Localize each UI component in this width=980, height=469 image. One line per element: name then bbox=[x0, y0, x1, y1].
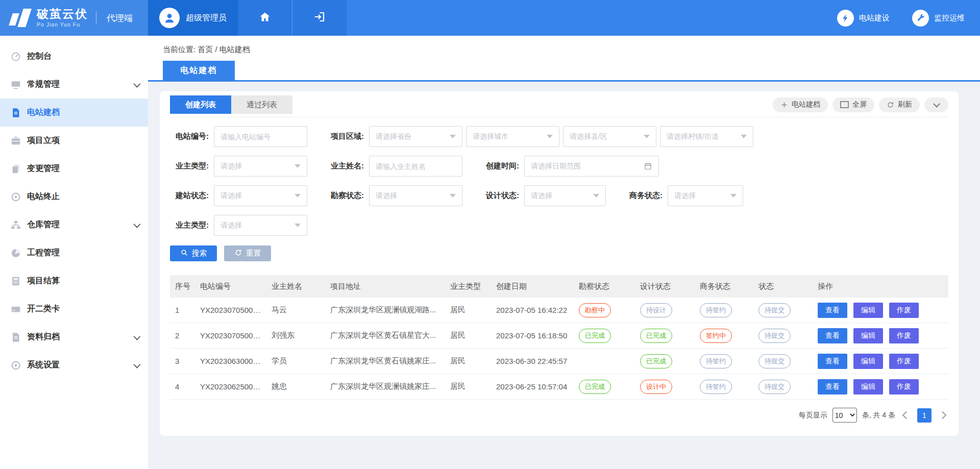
sidebar-item-label: 常规管理 bbox=[27, 79, 60, 90]
prev-page-icon[interactable] bbox=[902, 411, 911, 419]
fullscreen-button[interactable]: 全屏 bbox=[832, 97, 874, 112]
tab-create-list[interactable]: 创建列表 bbox=[170, 95, 231, 114]
sidebar-item-label: 工程管理 bbox=[27, 248, 60, 258]
search-button[interactable]: 搜索 bbox=[170, 245, 217, 261]
edit-button[interactable]: 编辑 bbox=[853, 379, 883, 394]
status-cell: 待设计 bbox=[635, 298, 695, 323]
survey-status-select-label: 勘察状态: bbox=[325, 191, 369, 201]
sidebar-item-warehouse-mgmt[interactable]: 仓库管理 bbox=[0, 211, 148, 239]
business-status-select-label: 商务状态: bbox=[624, 191, 668, 201]
nav-monitor-ops[interactable]: 监控运维 bbox=[912, 10, 965, 27]
status-cell: 待提交 bbox=[753, 323, 813, 349]
logout-button[interactable] bbox=[292, 0, 347, 36]
sidebar-item-change-mgmt[interactable]: 变更管理 bbox=[0, 155, 148, 183]
sitemap-icon bbox=[10, 219, 21, 231]
panel-head: 创建列表 通过列表 电站建档 全屏 刷新 bbox=[170, 95, 948, 117]
owner-name: 刘强东 bbox=[266, 323, 325, 349]
sidebar-item-data-archive[interactable]: 资料归档 bbox=[0, 323, 148, 351]
status-badge: 勘察中 bbox=[579, 303, 611, 317]
status-badge: 设计中 bbox=[640, 380, 672, 394]
lightning-icon bbox=[837, 10, 854, 27]
home-button[interactable] bbox=[238, 0, 292, 36]
sidebar-item-general-mgmt[interactable]: 常规管理 bbox=[0, 70, 148, 98]
county-select[interactable]: 请选择县/区 bbox=[563, 126, 656, 147]
card-icon bbox=[10, 304, 21, 315]
survey-status-select[interactable]: 请选择 bbox=[369, 185, 462, 206]
sidebar-item-project-setup[interactable]: 项目立项 bbox=[0, 127, 148, 155]
station-id: YX2023062500004 bbox=[195, 374, 266, 400]
owner-type-select[interactable]: 请选择 bbox=[214, 156, 307, 177]
status-badge: 已完成 bbox=[579, 329, 611, 343]
chevron-down-icon bbox=[933, 101, 940, 108]
view-button[interactable]: 查看 bbox=[818, 303, 847, 318]
sidebar-item-engineering[interactable]: 工程管理 bbox=[0, 239, 148, 267]
page-tab[interactable]: 电站建档 bbox=[163, 61, 235, 80]
page-number[interactable]: 1 bbox=[917, 408, 932, 423]
view-button[interactable]: 查看 bbox=[818, 328, 847, 343]
collapse-button[interactable] bbox=[924, 97, 948, 112]
station-code-input[interactable] bbox=[214, 126, 307, 147]
placeholder-text: 请选择 bbox=[220, 221, 242, 230]
sidebar-item-label: 电站终止 bbox=[27, 191, 60, 202]
dropdown-caret-icon bbox=[450, 135, 456, 138]
sidebar-item-type2-card[interactable]: 开二类卡 bbox=[0, 295, 148, 323]
status-cell: 勘察中 bbox=[574, 298, 635, 323]
status-cell: 待提交 bbox=[753, 298, 813, 323]
nav-station-build[interactable]: 电站建设 bbox=[837, 10, 890, 27]
status-cell: 待提交 bbox=[753, 374, 813, 400]
sidebar-item-label: 电站建档 bbox=[27, 107, 60, 118]
sidebar-item-system-settings[interactable]: 系统设置 bbox=[0, 351, 148, 379]
sidebar-item-settlement[interactable]: 项目结算 bbox=[0, 267, 148, 295]
view-button[interactable]: 查看 bbox=[818, 354, 847, 369]
table-row: 4YX2023062500004姚忠广东深圳龙华区观澜镇姚家庄...居民2023… bbox=[170, 374, 948, 400]
per-page-select[interactable]: 10 bbox=[832, 408, 857, 423]
project-address: 广东深圳龙华区观澜镇观湖路... bbox=[325, 298, 445, 323]
business-status-select[interactable]: 请选择 bbox=[668, 185, 743, 206]
province-select[interactable]: 请选择省份 bbox=[369, 126, 462, 147]
panel-card: 创建列表 通过列表 电站建档 全屏 刷新 bbox=[160, 91, 959, 436]
add-station-button[interactable]: 电站建档 bbox=[773, 97, 828, 112]
edit-button[interactable]: 编辑 bbox=[853, 328, 883, 343]
void-button[interactable]: 作废 bbox=[889, 354, 919, 369]
city-select[interactable]: 请选择城市 bbox=[466, 126, 559, 147]
create-time-input[interactable]: 请选择日期范围 bbox=[524, 156, 659, 177]
edit-button[interactable]: 编辑 bbox=[853, 303, 883, 318]
copy-icon bbox=[10, 163, 21, 175]
owner-type-select-2[interactable]: 请选择 bbox=[214, 215, 307, 236]
chevron-down-icon bbox=[133, 220, 140, 228]
search-icon bbox=[180, 249, 188, 258]
build-status-select-label: 建站状态: bbox=[170, 191, 214, 201]
user-menu[interactable]: 超级管理员 bbox=[148, 0, 238, 36]
column-header: 序号 bbox=[170, 275, 195, 298]
tab-passed-list[interactable]: 通过列表 bbox=[231, 95, 292, 114]
sidebar-item-label: 仓库管理 bbox=[27, 219, 60, 230]
view-button[interactable]: 查看 bbox=[818, 379, 847, 394]
void-button[interactable]: 作废 bbox=[889, 303, 919, 318]
filter-form: 电站编号:项目区域:请选择省份请选择城市请选择县/区请选择村镇/街道业主类型:请… bbox=[170, 117, 948, 236]
design-status-select[interactable]: 请选择 bbox=[524, 185, 606, 206]
search-label: 搜索 bbox=[192, 249, 207, 258]
status-cell: 待签约 bbox=[695, 349, 753, 374]
sidebar-item-station-archive[interactable]: 电站建档 bbox=[0, 98, 148, 127]
next-page-icon[interactable] bbox=[939, 411, 947, 419]
void-button[interactable]: 作废 bbox=[889, 379, 919, 394]
refresh-button[interactable]: 刷新 bbox=[879, 97, 920, 112]
sidebar-item-station-stop[interactable]: 电站终止 bbox=[0, 183, 148, 211]
status-cell: 待提交 bbox=[753, 349, 813, 374]
void-button[interactable]: 作废 bbox=[889, 328, 919, 343]
owner-type: 居民 bbox=[445, 349, 491, 374]
chevron-down-icon bbox=[133, 361, 140, 368]
owner-name-input[interactable] bbox=[369, 156, 462, 177]
status-badge: 待提交 bbox=[758, 303, 791, 317]
row-seq: 3 bbox=[170, 349, 195, 374]
breadcrumb-path: 首页 / 电站建档 bbox=[198, 45, 250, 54]
dropdown-caret-icon bbox=[450, 194, 456, 198]
owner-type: 居民 bbox=[445, 323, 491, 349]
reset-button[interactable]: 重置 bbox=[224, 245, 271, 261]
build-status-select[interactable]: 请选择 bbox=[214, 185, 307, 206]
add-station-label: 电站建档 bbox=[792, 100, 820, 109]
edit-button[interactable]: 编辑 bbox=[853, 354, 883, 369]
sidebar-item-label: 系统设置 bbox=[27, 360, 60, 371]
sidebar-item-console[interactable]: 控制台 bbox=[0, 42, 148, 70]
town-select[interactable]: 请选择村镇/街道 bbox=[660, 126, 753, 147]
